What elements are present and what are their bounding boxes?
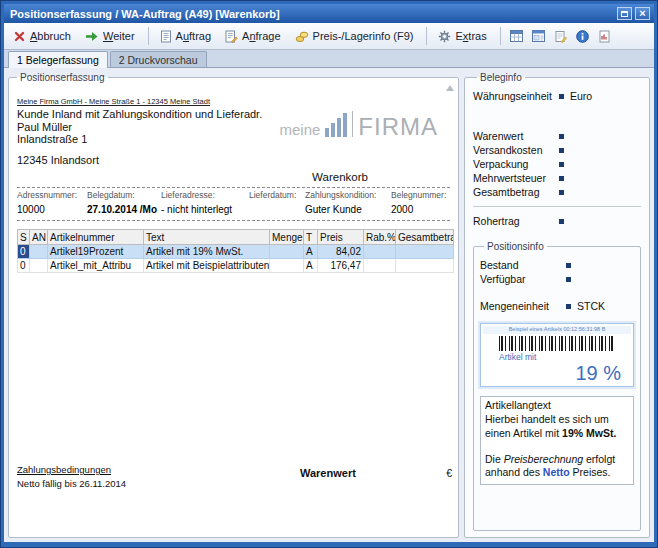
column-header-an[interactable]: AN <box>30 230 48 245</box>
column-header-artikelnummer[interactable]: Artikelnummer <box>48 230 144 245</box>
cell-artikelnummer[interactable]: Artikel19Prozent <box>48 245 144 259</box>
article-image-percent: 19 % <box>483 362 631 386</box>
cell-text[interactable]: Artikel mit 19% MwSt. <box>144 245 270 259</box>
cell-s[interactable]: 0 <box>18 259 30 273</box>
column-header-text[interactable]: Text <box>144 230 270 245</box>
table-row[interactable]: 0 Artikel_mit_Attribu Artikel mit Beispi… <box>18 259 454 273</box>
form-window-button[interactable] <box>529 26 549 46</box>
window-title: Positionserfassung / WA-Auftrag (A49) [W… <box>10 8 617 20</box>
form-window-icon <box>532 30 545 42</box>
cell-text[interactable]: Artikel mit Beispielattributen <box>144 259 270 273</box>
zahlungsbedingungen-link[interactable]: Zahlungsbedingungen <box>17 464 111 475</box>
cell-preis[interactable]: 84,02 <box>318 245 364 259</box>
column-header-menge[interactable]: Menge <box>270 230 304 245</box>
button-label: Abbruch <box>30 30 71 42</box>
value-marker-icon <box>566 263 571 268</box>
edit-note-button[interactable] <box>551 26 571 46</box>
payment-terms-text: Netto fällig bis 26.11.2014 <box>17 478 126 489</box>
field-zahlungskondition: Zahlungskondition: Guter Kunde <box>305 190 391 216</box>
cell-rab[interactable] <box>364 245 396 259</box>
value-marker-icon <box>559 176 564 181</box>
field-label: Lieferadresse: <box>161 190 245 200</box>
beleginfo-row-versandkosten: Versandkosten <box>473 143 641 157</box>
cell-menge[interactable] <box>270 245 304 259</box>
table-row-selected[interactable]: 0 Artikel19Prozent Artikel mit 19% MwSt.… <box>18 245 454 259</box>
field-label: Verfügbar <box>480 273 566 285</box>
abbruch-button[interactable]: Abbruch <box>8 25 78 47</box>
content-area: Positionserfassung Meine Firma GmbH - Me… <box>4 68 654 542</box>
field-value: 2000 <box>391 204 446 216</box>
extras-button[interactable]: Extras <box>433 25 493 47</box>
window-controls: × <box>617 7 650 20</box>
logo-text-right: FIRMA <box>358 117 438 137</box>
cell-menge[interactable] <box>270 259 304 273</box>
column-header-s[interactable]: S <box>18 230 30 245</box>
field-value <box>249 204 301 216</box>
tab-belegerfassung[interactable]: 1 Belegerfassung <box>8 51 108 68</box>
request-document-icon <box>225 30 238 43</box>
app-window: Positionserfassung / WA-Auftrag (A49) [W… <box>0 0 658 548</box>
beleginfo-row-gesamtbetrag: Gesamtbetrag <box>473 185 641 199</box>
gear-icon <box>438 30 451 43</box>
report-icon <box>599 30 611 43</box>
field-adressnummer: Adressnummer: 10000 <box>17 190 87 216</box>
beleginfo-row-warenwert: Warenwert <box>473 129 641 143</box>
restore-button[interactable] <box>617 7 632 20</box>
field-label: Bestand <box>480 259 566 271</box>
cell-preis[interactable]: 176,47 <box>318 259 364 273</box>
field-label: Belegnummer: <box>391 190 446 200</box>
grid-window-button[interactable] <box>507 26 527 46</box>
article-image: Beispiel eines Artikels 00:12:56:31:98 B… <box>480 323 634 387</box>
cell-an[interactable] <box>30 259 48 273</box>
cell-an[interactable] <box>30 245 48 259</box>
toolbar-separator <box>148 27 149 45</box>
button-label: Weiter <box>103 30 135 42</box>
cell-gesamtbetrag[interactable] <box>396 259 454 273</box>
close-button[interactable]: × <box>635 7 650 20</box>
cell-rab[interactable] <box>364 259 396 273</box>
beleginfo-row-rohertrag: Rohertrag <box>473 214 641 228</box>
cell-t[interactable]: A <box>304 245 318 259</box>
field-label: Rohertrag <box>473 215 559 227</box>
cell-t[interactable]: A <box>304 259 318 273</box>
column-header-rab[interactable]: Rab.% <box>364 230 396 245</box>
cell-gesamtbetrag[interactable] <box>396 245 454 259</box>
cell-s[interactable]: 0 <box>18 245 30 259</box>
value-marker-icon <box>559 134 564 139</box>
grid-window-icon <box>510 30 523 42</box>
field-label: Zahlungskondition: <box>305 190 387 200</box>
positionsinfo-legend: Positionsinfo <box>484 241 547 252</box>
weiter-button[interactable]: Weiter <box>80 25 142 47</box>
field-value: - nicht hinterlegt <box>161 204 245 216</box>
button-label: Auftrag <box>176 30 211 42</box>
close-icon: × <box>639 8 645 19</box>
positionsinfo-row-verfuegbar: Verfügbar <box>480 272 634 286</box>
column-header-t[interactable]: T <box>304 230 318 245</box>
sender-address-link[interactable]: Meine Firma GmbH - Meine Straße 1 - 1234… <box>17 97 210 106</box>
field-lieferdatum: Lieferdatum: <box>249 190 305 216</box>
field-label: Lieferdatum: <box>249 190 301 200</box>
beleginfo-row-verpackung: Verpackung <box>473 157 641 171</box>
auftrag-button[interactable]: Auftrag <box>155 25 218 47</box>
report-button[interactable] <box>595 26 615 46</box>
field-lieferadresse: Lieferadresse: - nicht hinterlegt <box>161 190 249 216</box>
logo-text-left: meine <box>279 122 320 137</box>
column-header-gesamtbetrag[interactable]: Gesamtbetrag <box>396 230 454 245</box>
cell-artikelnummer[interactable]: Artikel_mit_Attribu <box>48 259 144 273</box>
field-value: Euro <box>570 90 592 102</box>
next-arrow-icon <box>85 30 99 43</box>
sum-divider <box>473 206 641 207</box>
anfrage-button[interactable]: Anfrage <box>220 25 288 47</box>
title-bar[interactable]: Positionserfassung / WA-Auftrag (A49) [W… <box>4 4 654 23</box>
document-type-label: Warenkorb <box>275 171 405 183</box>
field-value: STCK <box>577 300 605 312</box>
preis-lagerinfo-button[interactable]: Preis-/Lagerinfo (F9) <box>290 25 421 47</box>
article-image-caption: Beispiel eines Artikels 00:12:56:31:98 B <box>483 326 631 334</box>
info-icon <box>576 30 589 43</box>
column-header-preis[interactable]: Preis <box>318 230 364 245</box>
value-marker-icon <box>559 190 564 195</box>
info-button[interactable] <box>573 26 593 46</box>
tab-druckvorschau[interactable]: 2 Druckvorschau <box>110 51 207 67</box>
value-marker-icon <box>559 148 564 153</box>
artikellangtext-paragraph: Die Preisberechnung erfolgt anhand des N… <box>485 453 629 480</box>
